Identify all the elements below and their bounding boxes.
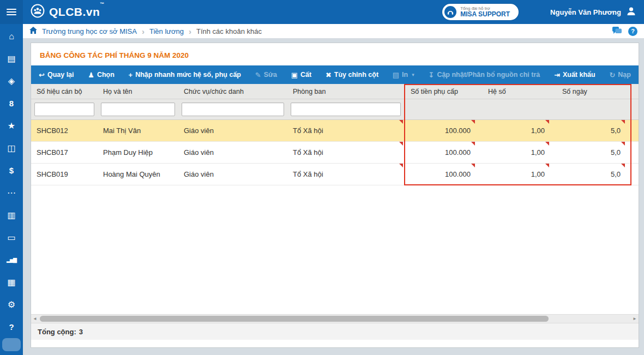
toolbar-button-label: Nạp [618, 71, 631, 79]
help-icon[interactable]: ? [628, 27, 637, 36]
column-header-coefficient[interactable]: Hệ số [482, 88, 556, 95]
support-line2: MISA SUPPORT [460, 11, 510, 19]
library-icon: ▦ [7, 277, 15, 287]
column-header-days[interactable]: Số ngày [556, 88, 631, 95]
payroll-icon: ◈ [8, 76, 15, 86]
breadcrumb-item-0[interactable]: Trường trung học cơ sở MISA [42, 27, 137, 35]
scroll-left-arrow-icon[interactable]: ◄ [31, 315, 39, 323]
toolbar-button-quick-input[interactable]: +Nhập nhanh mức hệ số, phụ cấp [127, 71, 243, 79]
cell-position: Giáo viên [178, 120, 287, 141]
toolbar-button-select[interactable]: ♟Chọn [86, 71, 117, 79]
sidebar-item-insurance[interactable]: 8 [0, 92, 23, 115]
column-header-name[interactable]: Họ và tên [98, 88, 178, 95]
filter-input-position[interactable] [182, 103, 284, 116]
scroll-thumb[interactable] [40, 316, 549, 322]
toolbar-button-update-allocate[interactable]: ↧Cập nhật/Phân bổ nguồn chi trả [426, 71, 542, 79]
toolbar-button-save[interactable]: ▣Cất [289, 71, 314, 79]
filter-cell-name [98, 103, 178, 116]
column-header-position[interactable]: Chức vụ/chức danh [178, 88, 287, 95]
feedback-icon[interactable] [612, 26, 622, 37]
achievement-icon: ★ [8, 121, 15, 131]
breadcrumb-home-icon[interactable] [29, 27, 37, 35]
cell-code: SHCB019 [31, 164, 98, 185]
toolbar-button-export[interactable]: ⇥Xuất khẩu [552, 71, 598, 79]
sidebar-item-library[interactable]: ▦ [0, 271, 23, 293]
toolbar-button-label: Cập nhật/Phân bổ nguồn chi trả [437, 71, 540, 79]
select-person-icon: ♟ [88, 71, 94, 79]
hamburger-menu-button[interactable] [0, 0, 23, 24]
app-logo[interactable]: QLCB.vn™ [31, 4, 105, 20]
filter-input-code[interactable] [34, 103, 94, 116]
cell-days[interactable]: 5,0 [556, 142, 631, 163]
caret-down-icon: ▾ [412, 72, 414, 77]
toolbar: ↩Quay lại♟Chọn+Nhập nhanh mức hệ số, phụ… [31, 65, 639, 84]
table-row[interactable]: SHCB019Hoàng Mai QuyênGiáo viênTổ Xã hội… [31, 164, 639, 185]
messages-icon: ⋯ [7, 188, 16, 198]
toolbar-button-customize-columns[interactable]: ✖Tùy chỉnh cột [323, 71, 381, 79]
table-row[interactable]: SHCB012Mai Thị VânGiáo viênTổ Xã hội100.… [31, 120, 639, 142]
back-icon: ↩ [39, 71, 45, 79]
cell-days[interactable]: 5,0 [556, 120, 631, 141]
filter-input-name[interactable] [101, 103, 175, 116]
sidebar-item-achievement[interactable]: ★ [0, 115, 23, 137]
salary-icon: $ [9, 166, 14, 175]
sidebar-item-reports[interactable]: ▂▅▇ [0, 249, 23, 271]
user-menu[interactable]: Nguyễn Văn Phương [550, 6, 636, 19]
filter-cell-department [287, 103, 404, 116]
sidebar-item-payroll[interactable]: ◈ [0, 70, 23, 92]
cell-name: Phạm Duy Hiệp [98, 142, 178, 163]
sidebar-item-settings[interactable]: ⚙ [0, 293, 23, 316]
cell-allowance[interactable]: 100.000 [404, 164, 482, 185]
topbar: QLCB.vn™ Tổng đài hỗ trợ MISA SUPPORT Ng… [0, 0, 644, 24]
print-icon: ▤ [393, 71, 399, 79]
sidebar-bottom-tab[interactable] [2, 338, 21, 351]
breadcrumb-separator: › [142, 27, 145, 36]
table-row[interactable]: SHCB017Phạm Duy HiệpGiáo viênTổ Xã hội10… [31, 142, 639, 164]
toolbar-button-label: Quay lại [47, 71, 74, 79]
sidebar-item-timesheet[interactable]: ◫ [0, 137, 23, 159]
toolbar-button-back[interactable]: ↩Quay lại [37, 71, 76, 79]
cell-days[interactable]: 5,0 [556, 164, 631, 185]
plus-icon: + [129, 71, 133, 79]
reports-icon: ▂▅▇ [7, 257, 16, 263]
cell-allowance[interactable]: 100.000 [404, 142, 482, 163]
help-icon: ? [9, 322, 14, 332]
column-header-allowance[interactable]: Số tiền phụ cấp [404, 88, 482, 95]
breadcrumb-item-1[interactable]: Tiền lương [149, 27, 184, 35]
cell-allowance[interactable]: 100.000 [404, 120, 482, 141]
contacts-icon: ▭ [7, 232, 15, 243]
logo-trademark: ™ [100, 2, 105, 7]
column-header-department[interactable]: Phòng ban [287, 88, 404, 95]
filter-input-department[interactable] [291, 103, 401, 116]
toolbar-button-reload[interactable]: ↻Nạp [607, 71, 633, 79]
support-button[interactable]: Tổng đài hỗ trợ MISA SUPPORT [442, 4, 519, 20]
toolbar-button-edit[interactable]: ✎Sửa [253, 71, 279, 79]
logo-text: QLCB.vn™ [49, 5, 105, 19]
sidebar: ⌂▤◈8★◫$⋯▥▭▂▅▇▦⚙? [0, 24, 23, 355]
filter-cell-position [178, 103, 287, 116]
sidebar-item-briefcase[interactable]: ▤ [0, 47, 23, 70]
cell-coefficient[interactable]: 1,00 [482, 142, 556, 163]
sidebar-item-help[interactable]: ? [0, 316, 23, 338]
column-header-code[interactable]: Số hiệu cán bộ [31, 88, 98, 95]
cell-coefficient[interactable]: 1,00 [482, 120, 556, 141]
sidebar-item-contacts[interactable]: ▭ [0, 226, 23, 249]
cell-name: Mai Thị Vân [98, 120, 178, 141]
breadcrumb-item-2: Tính các khoản khác [196, 27, 262, 35]
cell-coefficient[interactable]: 1,00 [482, 164, 556, 185]
cell-position: Giáo viên [178, 142, 287, 163]
data-grid: Số hiệu cán bộHọ và tênChức vụ/chức danh… [31, 84, 639, 323]
cell-position: Giáo viên [178, 164, 287, 185]
home-icon: ⌂ [9, 32, 14, 41]
footer-total-value: 3 [79, 328, 83, 336]
toolbar-button-label: Tùy chỉnh cột [334, 71, 378, 79]
sidebar-item-home[interactable]: ⌂ [0, 25, 23, 47]
scroll-right-arrow-icon[interactable]: ► [631, 315, 639, 323]
sidebar-item-salary[interactable]: $ [0, 159, 23, 182]
sidebar-item-documents[interactable]: ▥ [0, 204, 23, 226]
h-scrollbar[interactable]: ◄ ► [31, 314, 639, 323]
logo-people-icon [31, 4, 45, 20]
sidebar-item-messages[interactable]: ⋯ [0, 182, 23, 204]
toolbar-button-print[interactable]: ▤In▾ [390, 71, 417, 79]
page-title: BẢNG CÔNG TÁC PHÍ THÁNG 9 NĂM 2020 [31, 43, 639, 65]
